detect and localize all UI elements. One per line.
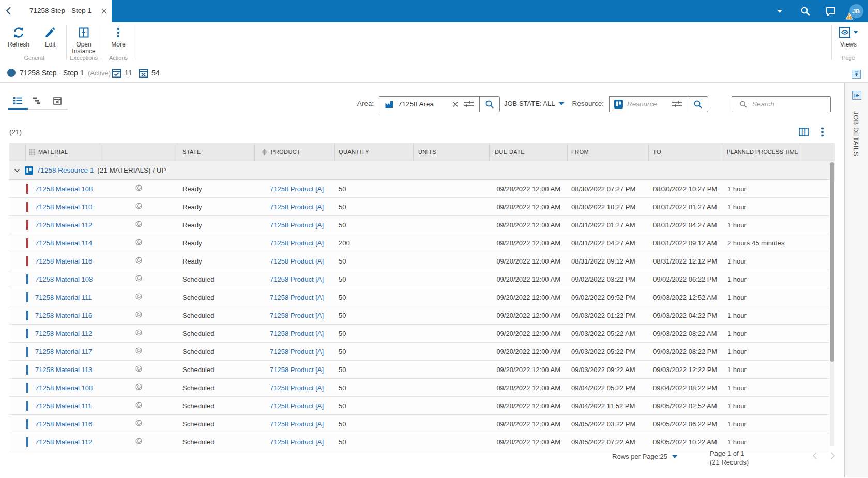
- product-link[interactable]: 71258 Product [A]: [270, 402, 324, 410]
- material-row[interactable]: 71258 Material 116 Ready 71258 Product […: [9, 252, 829, 270]
- product-link[interactable]: 71258 Product [A]: [270, 239, 324, 247]
- col-header-to[interactable]: TO: [649, 143, 722, 161]
- scrollbar-thumb[interactable]: [830, 162, 834, 362]
- collapse-panel-icon[interactable]: [852, 91, 861, 100]
- lot-icon[interactable]: [135, 401, 143, 410]
- material-link[interactable]: 71258 Material 116: [35, 420, 92, 428]
- rows-per-page[interactable]: Rows per Page:25: [595, 453, 677, 460]
- lot-icon[interactable]: [135, 238, 143, 248]
- area-clear-icon[interactable]: [452, 101, 459, 107]
- material-link[interactable]: 71258 Material 108: [35, 384, 93, 392]
- material-row[interactable]: 71258 Material 110 Ready 71258 Product […: [9, 198, 829, 216]
- product-link[interactable]: 71258 Product [A]: [270, 257, 324, 265]
- product-link[interactable]: 71258 Product [A]: [270, 221, 324, 229]
- col-header-ppt[interactable]: PLANNED PROCESS TIME: [722, 143, 800, 161]
- vertical-scrollbar[interactable]: [830, 162, 834, 446]
- material-link[interactable]: 71258 Material 112: [35, 221, 92, 229]
- calendar-check-icon[interactable]: [112, 68, 121, 80]
- job-details-tab[interactable]: JOB DETAILS: [852, 111, 860, 157]
- material-link[interactable]: 71258 Material 108: [35, 185, 93, 193]
- material-link[interactable]: 71258 Material 117: [35, 348, 92, 356]
- material-row[interactable]: 71258 Material 116 Scheduled 71258 Produ…: [9, 415, 829, 433]
- col-header-from[interactable]: FROM: [568, 143, 649, 161]
- material-link[interactable]: 71258 Material 112: [35, 438, 92, 446]
- col-header-state[interactable]: STATE: [177, 143, 255, 161]
- product-link[interactable]: 71258 Product [A]: [270, 330, 324, 337]
- area-filter-box[interactable]: 71258 Area: [379, 96, 500, 112]
- more-button[interactable]: More: [104, 25, 133, 48]
- material-row[interactable]: 71258 Material 112 Ready 71258 Product […: [9, 216, 829, 234]
- lot-icon[interactable]: [135, 437, 143, 446]
- job-state-filter[interactable]: JOB STATE: ALL: [504, 100, 564, 107]
- product-link[interactable]: 71258 Product [A]: [270, 275, 324, 283]
- product-link[interactable]: 71258 Product [A]: [270, 366, 324, 374]
- material-row[interactable]: 71258 Material 116 Scheduled 71258 Produ…: [9, 306, 829, 325]
- material-link[interactable]: 71258 Material 116: [35, 312, 92, 319]
- material-link[interactable]: 71258 Material 111: [35, 294, 92, 301]
- material-row[interactable]: 71258 Material 111 Scheduled 71258 Produ…: [9, 288, 829, 306]
- prev-page-icon[interactable]: [812, 452, 817, 462]
- topbar-dropdown-caret-icon[interactable]: [774, 0, 785, 22]
- topbar-search-icon[interactable]: [799, 0, 812, 22]
- lot-icon[interactable]: [135, 419, 143, 428]
- resource-filter-box[interactable]: Resource: [609, 96, 708, 112]
- material-link[interactable]: 71258 Material 114: [35, 239, 92, 247]
- material-link[interactable]: 71258 Material 116: [35, 257, 92, 265]
- resource-search-button[interactable]: [688, 97, 708, 112]
- material-link[interactable]: 71258 Material 111: [35, 402, 92, 410]
- material-row[interactable]: 71258 Material 108 Scheduled 71258 Produ…: [9, 379, 829, 397]
- material-link[interactable]: 71258 Material 112: [35, 330, 92, 337]
- material-link[interactable]: 71258 Material 108: [35, 275, 93, 283]
- gantt-view-tab[interactable]: [32, 97, 41, 107]
- material-row[interactable]: 71258 Material 112 Scheduled 71258 Produ…: [9, 325, 829, 343]
- next-page-icon[interactable]: [830, 452, 836, 462]
- product-link[interactable]: 71258 Product [A]: [270, 294, 324, 301]
- calendar-view-tab[interactable]: [53, 97, 62, 107]
- area-filter-icon[interactable]: [463, 100, 474, 108]
- lot-icon[interactable]: [135, 383, 143, 392]
- area-search-button[interactable]: [479, 97, 499, 112]
- col-header-material[interactable]: MATERIAL: [26, 143, 100, 161]
- col-header-units[interactable]: UNITS: [414, 143, 490, 161]
- active-tab[interactable]: 71258 Step - Step 1: [0, 0, 112, 22]
- search-box[interactable]: Search: [732, 96, 831, 112]
- product-link[interactable]: 71258 Product [A]: [270, 185, 324, 193]
- maximize-icon[interactable]: [852, 70, 861, 79]
- calendar-x-icon[interactable]: [139, 68, 148, 80]
- material-row[interactable]: 71258 Material 111 Scheduled 71258 Produ…: [9, 397, 829, 415]
- chevron-down-icon[interactable]: [13, 167, 21, 174]
- product-link[interactable]: 71258 Product [A]: [270, 438, 324, 446]
- product-link[interactable]: 71258 Product [A]: [270, 384, 324, 392]
- lot-icon[interactable]: [135, 256, 143, 266]
- material-row[interactable]: 71258 Material 108 Ready 71258 Product […: [9, 180, 829, 198]
- tab-close-icon[interactable]: [101, 7, 108, 17]
- material-row[interactable]: 71258 Material 108 Scheduled 71258 Produ…: [9, 270, 829, 288]
- columns-icon[interactable]: [799, 128, 809, 138]
- col-header-due-date[interactable]: DUE DATE: [490, 143, 568, 161]
- back-icon[interactable]: [5, 6, 11, 18]
- grid-more-icon[interactable]: [820, 127, 825, 139]
- lot-icon[interactable]: [135, 274, 143, 284]
- lot-icon[interactable]: [135, 202, 143, 211]
- product-link[interactable]: 71258 Product [A]: [270, 203, 324, 211]
- resource-group-row[interactable]: 71258 Resource 1 (21 MATERIALS) / UP: [9, 161, 835, 180]
- search-placeholder[interactable]: Search: [752, 100, 774, 108]
- lot-icon[interactable]: [135, 329, 143, 338]
- resource-placeholder[interactable]: Resource: [627, 100, 672, 108]
- col-header-quantity[interactable]: QUANTITY: [335, 143, 414, 161]
- area-value[interactable]: 71258 Area: [398, 100, 452, 108]
- material-row[interactable]: 71258 Material 113 Scheduled 71258 Produ…: [9, 361, 829, 379]
- open-instance-button[interactable]: OpenInstance: [68, 25, 100, 55]
- material-row[interactable]: 71258 Material 114 Ready 71258 Product […: [9, 234, 829, 252]
- chat-icon[interactable]: [824, 0, 837, 22]
- group-resource-name[interactable]: 71258 Resource 1: [37, 166, 94, 174]
- lot-icon[interactable]: [135, 220, 143, 229]
- material-link[interactable]: 71258 Material 110: [35, 203, 92, 211]
- material-row[interactable]: 71258 Material 112 Scheduled 71258 Produ…: [9, 433, 829, 451]
- views-button[interactable]: Views: [835, 25, 862, 48]
- resource-filter-icon[interactable]: [672, 100, 682, 108]
- col-header-product[interactable]: PRODUCT: [255, 143, 335, 161]
- lot-icon[interactable]: [135, 347, 143, 356]
- product-link[interactable]: 71258 Product [A]: [270, 312, 324, 319]
- material-row[interactable]: 71258 Material 117 Scheduled 71258 Produ…: [9, 343, 829, 361]
